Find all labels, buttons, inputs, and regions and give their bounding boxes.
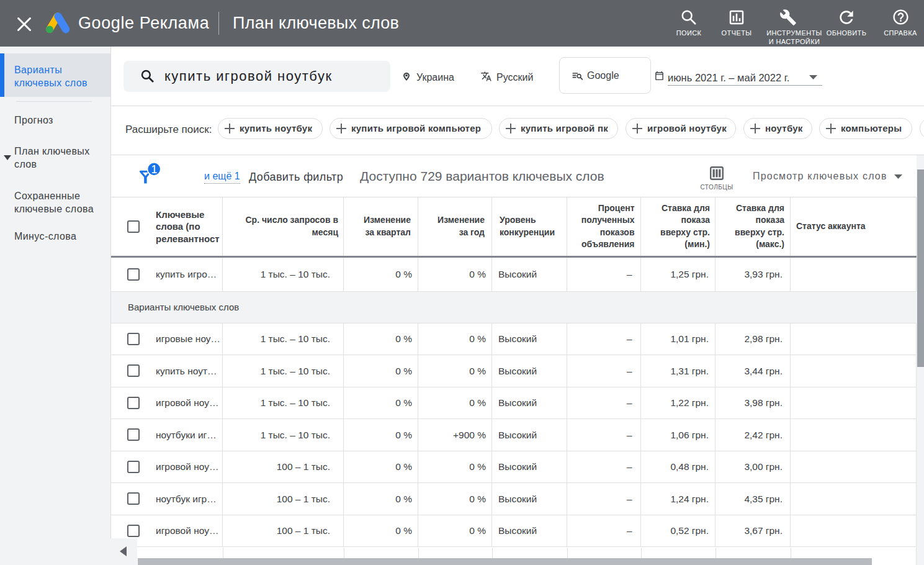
svg-text:1: 1 xyxy=(151,163,157,176)
